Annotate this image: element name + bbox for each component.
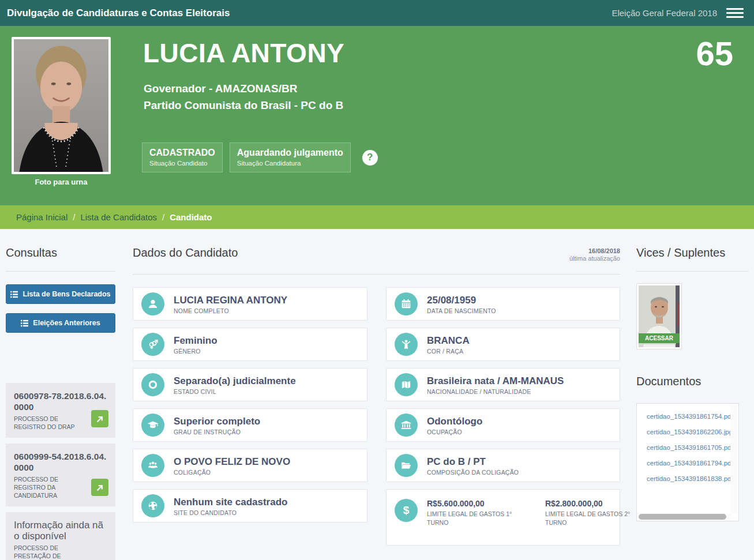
status-badges: CADASTRADO Situação Candidato Aguardando… (142, 142, 378, 172)
list-icon (10, 291, 18, 298)
breadcrumb-separator: / (73, 212, 75, 222)
candidate-party: Partido Comunista do Brasil - PC do B (144, 99, 343, 112)
status-badge-candidato: CADASTRADO Situação Candidato (142, 142, 223, 172)
candidate-photo (12, 37, 111, 174)
graduation-cap-icon (141, 414, 164, 437)
divider (636, 271, 748, 272)
calendar-icon (395, 292, 418, 315)
candidate-photo-image (14, 39, 108, 172)
breadcrumb: Página Inicial / Lista de Candidatos / C… (0, 205, 754, 229)
dados-section: Dados do Candidato 16/08/2018 última atu… (133, 246, 620, 560)
process-card-prestacao-contas: Informação ainda não disponível PROCESSO… (6, 512, 115, 560)
card-genero: Feminino GÊNERO (133, 328, 367, 361)
process-label: PROCESSO DE REGISTRO DA CANDIDATURA (14, 475, 82, 499)
document-link[interactable]: certidao_1534391862206.jpg (647, 429, 738, 435)
card-label: ESTADO CIVIL (174, 388, 296, 395)
gender-icon (141, 333, 164, 356)
bens-declarados-button[interactable]: Lista de Bens Declarados (6, 284, 115, 304)
page-content: Consultas Lista de Bens Declarados Eleiç… (0, 229, 754, 560)
folder-icon (395, 454, 418, 477)
status-label: Situação Candidatura (237, 160, 343, 167)
document-link[interactable]: certidao_1534391861794.pdf (647, 460, 738, 467)
card-coligacao: O POVO FELIZ DE NOVO COLIGAÇÃO (133, 449, 367, 482)
process-number: 0600978-78.2018.6.04.0000 (14, 390, 108, 412)
divider (133, 274, 620, 275)
card-ocupacao: Odontólogo OCUPAÇÃO (386, 408, 620, 442)
external-link-icon[interactable] (91, 410, 108, 427)
card-nacionalidade: Brasileira nata / AM-MANAUS NACIONALIDAD… (386, 368, 620, 401)
card-value: Superior completo (174, 415, 260, 427)
money-label: LIMITE LEGAL DE GASTOS 2° TURNO (545, 510, 643, 527)
right-sidebar: Vices / Suplentes ACESSAR Documentos (636, 246, 748, 560)
documents-list: certidao_1534391861754.pdf certidao_1534… (637, 404, 738, 482)
process-label: PROCESSO DE REGISTRO DO DRAP (14, 415, 82, 431)
card-value: Brasileira nata / AM-MANAUS (427, 375, 564, 387)
card-cor-raca: BRANCA COR / RAÇA (386, 328, 620, 361)
eleicoes-anteriores-button[interactable]: Eleições Anteriores (6, 313, 115, 333)
help-icon[interactable]: ? (362, 150, 378, 166)
card-label: COLIGAÇÃO (174, 469, 290, 476)
candidate-header: Foto para urna LUCIA ANTONY Governador -… (0, 26, 754, 205)
acessar-button[interactable]: ACESSAR (639, 333, 680, 343)
document-link[interactable]: certidao_1534391861754.pdf (647, 413, 738, 420)
vertical-scrollbar[interactable] (730, 404, 738, 513)
candidate-number: 65 (696, 34, 733, 73)
vices-title: Vices / Suplentes (636, 246, 748, 260)
candidate-name: LUCIA ANTONY (143, 37, 344, 69)
card-value: BRANCA (427, 335, 470, 347)
card-value: Feminino (174, 335, 217, 347)
breadcrumb-current: Candidato (170, 212, 212, 222)
card-label: COR / RAÇA (427, 348, 470, 355)
update-date: 16/08/2018 (569, 247, 620, 255)
button-label: Lista de Bens Declarados (22, 290, 110, 298)
money-label: LIMITE LEGAL DE GASTOS 1° TURNO (427, 510, 525, 527)
menu-icon[interactable] (726, 6, 744, 20)
process-card-candidatura: 0600999-54.2018.6.04.0000 PROCESSO DE RE… (6, 444, 115, 506)
person-icon (395, 333, 418, 356)
status-label: Situação Candidato (149, 160, 215, 167)
document-link[interactable]: certidao_1534391861838.pdf (647, 475, 738, 482)
breadcrumb-lista[interactable]: Lista de Candidatos (80, 212, 157, 222)
map-icon (395, 373, 418, 396)
process-number: Informação ainda não disponível (14, 520, 108, 542)
data-cards: LUCIA REGINA ANTONY NOME COMPLETO 25/08/… (133, 287, 620, 546)
election-label: Eleição Geral Federal 2018 (612, 8, 717, 18)
card-value: PC do B / PT (427, 456, 519, 468)
dollar-icon: $ (395, 499, 418, 522)
card-label: OCUPAÇÃO (427, 429, 482, 435)
card-label: DATA DE NASCIMENTO (427, 307, 496, 314)
documentos-title: Documentos (636, 375, 748, 388)
card-value: 25/08/1959 (427, 294, 496, 306)
card-nome-completo: LUCIA REGINA ANTONY NOME COMPLETO (133, 287, 367, 321)
documents-panel: certidao_1534391861754.pdf certidao_1534… (636, 403, 739, 521)
card-label: NOME COMPLETO (174, 307, 287, 314)
card-site-candidato: Nenhum site cadastrado SITE DO CANDIDATO (133, 489, 367, 523)
list-icon (21, 320, 28, 327)
scrollbar-thumb[interactable] (639, 514, 726, 520)
breadcrumb-home[interactable]: Página Inicial (16, 212, 67, 222)
top-bar: Divulgação de Candidaturas e Contas Elei… (0, 0, 754, 26)
ring-icon (141, 373, 164, 396)
vice-card[interactable]: ACESSAR (636, 283, 682, 349)
document-link[interactable]: certidao_1534391861705.pdf (647, 444, 738, 451)
card-limite-gastos: $ R$5.600.000,00 LIMITE LEGAL DE GASTOS … (386, 489, 620, 546)
bank-icon (395, 414, 418, 437)
card-label: NACIONALIDADE / NATURALIDADE (427, 388, 564, 395)
process-card-drap: 0600978-78.2018.6.04.0000 PROCESSO DE RE… (6, 383, 115, 438)
card-label: GRAU DE INSTRUÇÃO (174, 429, 260, 435)
update-label: última atualização (569, 255, 620, 262)
horizontal-scrollbar[interactable] (637, 513, 731, 520)
topbar-right: Eleição Geral Federal 2018 (612, 6, 744, 20)
user-icon (141, 292, 164, 315)
card-estado-civil: Separado(a) judicialmente ESTADO CIVIL (133, 368, 367, 401)
candidate-office: Governador - AMAZONAS/BR (144, 82, 297, 95)
consultas-sidebar: Consultas Lista de Bens Declarados Eleiç… (6, 246, 115, 560)
limite-gastos-1turno: R$5.600.000,00 LIMITE LEGAL DE GASTOS 1°… (427, 499, 539, 527)
card-value: Nenhum site cadastrado (174, 496, 287, 508)
external-link-icon[interactable] (91, 479, 108, 496)
card-grau-instrucao: Superior completo GRAU DE INSTRUÇÃO (133, 408, 367, 442)
card-value: LUCIA REGINA ANTONY (174, 294, 287, 306)
app-title: Divulgação de Candidaturas e Contas Elei… (7, 7, 230, 19)
process-label: PROCESSO DE PRESTAÇÃO DE CONTAS (14, 544, 82, 560)
globe-icon (141, 494, 164, 517)
